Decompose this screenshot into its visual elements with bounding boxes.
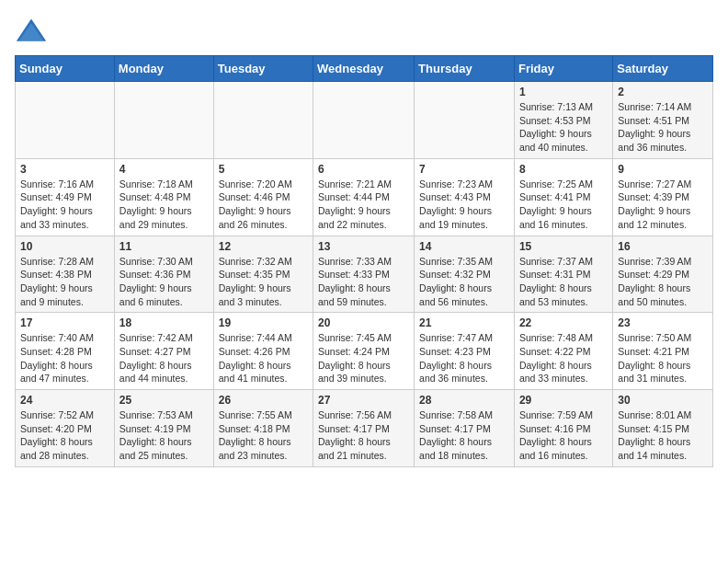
- day-info: Sunrise: 7:20 AMSunset: 4:46 PMDaylight:…: [219, 178, 308, 232]
- calendar-cell: 17Sunrise: 7:40 AMSunset: 4:28 PMDayligh…: [16, 313, 115, 390]
- day-info: Sunrise: 7:58 AMSunset: 4:17 PMDaylight:…: [419, 408, 509, 463]
- calendar-cell: 9Sunrise: 7:27 AMSunset: 4:39 PMDaylight…: [613, 158, 713, 236]
- day-info: Sunrise: 7:23 AMSunset: 4:43 PMDaylight:…: [419, 178, 509, 232]
- weekday-header-saturday: Saturday: [613, 56, 713, 82]
- calendar-cell: [16, 82, 115, 159]
- day-info: Sunrise: 7:56 AMSunset: 4:17 PMDaylight:…: [318, 408, 409, 463]
- week-row-5: 24Sunrise: 7:52 AMSunset: 4:20 PMDayligh…: [16, 390, 713, 467]
- calendar-cell: 12Sunrise: 7:32 AMSunset: 4:35 PMDayligh…: [213, 236, 313, 313]
- weekday-header-row: SundayMondayTuesdayWednesdayThursdayFrid…: [16, 56, 713, 82]
- day-info: Sunrise: 7:14 AMSunset: 4:51 PMDaylight:…: [618, 100, 708, 155]
- calendar-cell: 11Sunrise: 7:30 AMSunset: 4:36 PMDayligh…: [114, 236, 213, 313]
- calendar-cell: 6Sunrise: 7:21 AMSunset: 4:44 PMDaylight…: [313, 158, 415, 236]
- day-number: 12: [219, 240, 308, 253]
- day-info: Sunrise: 7:45 AMSunset: 4:24 PMDaylight:…: [318, 331, 409, 385]
- weekday-header-sunday: Sunday: [16, 56, 115, 82]
- day-info: Sunrise: 7:39 AMSunset: 4:29 PMDaylight:…: [618, 255, 708, 309]
- weekday-header-monday: Monday: [114, 56, 213, 82]
- day-info: Sunrise: 7:13 AMSunset: 4:53 PMDaylight:…: [519, 100, 608, 155]
- calendar-cell: 23Sunrise: 7:50 AMSunset: 4:21 PMDayligh…: [613, 313, 713, 390]
- day-info: Sunrise: 7:47 AMSunset: 4:23 PMDaylight:…: [419, 331, 509, 385]
- day-number: 22: [519, 316, 608, 329]
- calendar-cell: [415, 82, 515, 159]
- day-number: 27: [318, 394, 409, 407]
- day-number: 14: [419, 240, 509, 253]
- day-number: 19: [219, 316, 308, 329]
- day-number: 17: [20, 316, 109, 329]
- day-info: Sunrise: 7:18 AMSunset: 4:48 PMDaylight:…: [119, 178, 209, 232]
- day-number: 6: [318, 163, 409, 176]
- day-info: Sunrise: 7:28 AMSunset: 4:38 PMDaylight:…: [20, 255, 109, 309]
- calendar-cell: 15Sunrise: 7:37 AMSunset: 4:31 PMDayligh…: [514, 236, 612, 313]
- day-number: 29: [519, 394, 608, 407]
- weekday-header-thursday: Thursday: [415, 56, 515, 82]
- day-info: Sunrise: 7:55 AMSunset: 4:18 PMDaylight:…: [219, 408, 308, 463]
- day-number: 15: [519, 240, 608, 253]
- day-info: Sunrise: 7:52 AMSunset: 4:20 PMDaylight:…: [20, 408, 109, 463]
- calendar-cell: 14Sunrise: 7:35 AMSunset: 4:32 PMDayligh…: [415, 236, 515, 313]
- calendar-cell: 20Sunrise: 7:45 AMSunset: 4:24 PMDayligh…: [313, 313, 415, 390]
- day-number: 21: [419, 316, 509, 329]
- day-info: Sunrise: 7:33 AMSunset: 4:33 PMDaylight:…: [318, 255, 409, 309]
- day-number: 5: [219, 163, 308, 176]
- day-info: Sunrise: 7:40 AMSunset: 4:28 PMDaylight:…: [20, 331, 109, 385]
- calendar-cell: 29Sunrise: 7:59 AMSunset: 4:16 PMDayligh…: [514, 390, 612, 467]
- calendar-cell: 2Sunrise: 7:14 AMSunset: 4:51 PMDaylight…: [613, 82, 713, 159]
- day-info: Sunrise: 7:16 AMSunset: 4:49 PMDaylight:…: [20, 178, 109, 232]
- day-number: 13: [318, 240, 409, 253]
- day-number: 18: [119, 316, 209, 329]
- calendar-cell: 18Sunrise: 7:42 AMSunset: 4:27 PMDayligh…: [114, 313, 213, 390]
- page-header: [15, 15, 713, 48]
- day-number: 28: [419, 394, 509, 407]
- day-number: 11: [119, 240, 209, 253]
- day-info: Sunrise: 7:48 AMSunset: 4:22 PMDaylight:…: [519, 331, 608, 385]
- day-info: Sunrise: 7:21 AMSunset: 4:44 PMDaylight:…: [318, 178, 409, 232]
- day-info: Sunrise: 7:30 AMSunset: 4:36 PMDaylight:…: [119, 255, 209, 309]
- day-number: 8: [519, 163, 608, 176]
- calendar-cell: 10Sunrise: 7:28 AMSunset: 4:38 PMDayligh…: [16, 236, 115, 313]
- calendar-cell: 3Sunrise: 7:16 AMSunset: 4:49 PMDaylight…: [16, 158, 115, 236]
- calendar-cell: 28Sunrise: 7:58 AMSunset: 4:17 PMDayligh…: [415, 390, 515, 467]
- weekday-header-tuesday: Tuesday: [213, 56, 313, 82]
- day-info: Sunrise: 7:27 AMSunset: 4:39 PMDaylight:…: [618, 178, 708, 232]
- day-info: Sunrise: 7:42 AMSunset: 4:27 PMDaylight:…: [119, 331, 209, 385]
- day-info: Sunrise: 7:53 AMSunset: 4:19 PMDaylight:…: [119, 408, 209, 463]
- day-number: 16: [618, 240, 708, 253]
- day-number: 25: [119, 394, 209, 407]
- week-row-3: 10Sunrise: 7:28 AMSunset: 4:38 PMDayligh…: [16, 236, 713, 313]
- calendar-cell: 19Sunrise: 7:44 AMSunset: 4:26 PMDayligh…: [213, 313, 313, 390]
- day-number: 7: [419, 163, 509, 176]
- day-number: 20: [318, 316, 409, 329]
- weekday-header-friday: Friday: [514, 56, 612, 82]
- calendar-cell: 16Sunrise: 7:39 AMSunset: 4:29 PMDayligh…: [613, 236, 713, 313]
- calendar-cell: 27Sunrise: 7:56 AMSunset: 4:17 PMDayligh…: [313, 390, 415, 467]
- day-number: 3: [20, 163, 109, 176]
- calendar-cell: 4Sunrise: 7:18 AMSunset: 4:48 PMDaylight…: [114, 158, 213, 236]
- day-number: 26: [219, 394, 308, 407]
- calendar-cell: 30Sunrise: 8:01 AMSunset: 4:15 PMDayligh…: [613, 390, 713, 467]
- calendar-cell: 24Sunrise: 7:52 AMSunset: 4:20 PMDayligh…: [16, 390, 115, 467]
- day-number: 1: [519, 86, 608, 98]
- day-info: Sunrise: 7:59 AMSunset: 4:16 PMDaylight:…: [519, 408, 608, 463]
- day-number: 23: [618, 316, 708, 329]
- day-number: 24: [20, 394, 109, 407]
- day-info: Sunrise: 7:25 AMSunset: 4:41 PMDaylight:…: [519, 178, 608, 232]
- calendar-cell: 8Sunrise: 7:25 AMSunset: 4:41 PMDaylight…: [514, 158, 612, 236]
- day-info: Sunrise: 8:01 AMSunset: 4:15 PMDaylight:…: [618, 408, 708, 463]
- calendar-cell: 21Sunrise: 7:47 AMSunset: 4:23 PMDayligh…: [415, 313, 515, 390]
- week-row-4: 17Sunrise: 7:40 AMSunset: 4:28 PMDayligh…: [16, 313, 713, 390]
- day-number: 9: [618, 163, 708, 176]
- day-info: Sunrise: 7:32 AMSunset: 4:35 PMDaylight:…: [219, 255, 308, 309]
- day-info: Sunrise: 7:37 AMSunset: 4:31 PMDaylight:…: [519, 255, 608, 309]
- calendar-cell: 1Sunrise: 7:13 AMSunset: 4:53 PMDaylight…: [514, 82, 612, 159]
- day-info: Sunrise: 7:44 AMSunset: 4:26 PMDaylight:…: [219, 331, 308, 385]
- calendar-cell: 5Sunrise: 7:20 AMSunset: 4:46 PMDaylight…: [213, 158, 313, 236]
- calendar-table: SundayMondayTuesdayWednesdayThursdayFrid…: [15, 55, 713, 467]
- calendar-cell: 22Sunrise: 7:48 AMSunset: 4:22 PMDayligh…: [514, 313, 612, 390]
- weekday-header-wednesday: Wednesday: [313, 56, 415, 82]
- week-row-2: 3Sunrise: 7:16 AMSunset: 4:49 PMDaylight…: [16, 158, 713, 236]
- day-info: Sunrise: 7:50 AMSunset: 4:21 PMDaylight:…: [618, 331, 708, 385]
- calendar-cell: [114, 82, 213, 159]
- calendar-cell: 13Sunrise: 7:33 AMSunset: 4:33 PMDayligh…: [313, 236, 415, 313]
- day-number: 4: [119, 163, 209, 176]
